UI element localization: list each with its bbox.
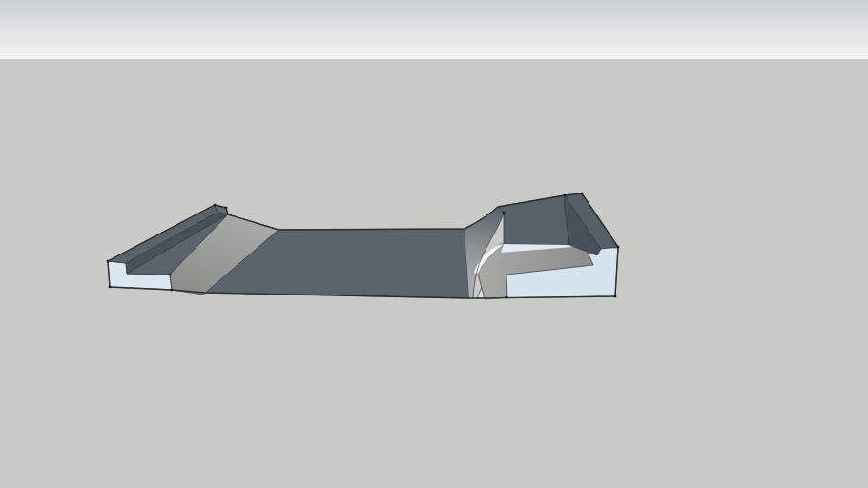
edge-endpoint-dot [581,193,583,194]
edge-endpoint-dot [171,289,173,291]
edge-endpoint-dot [225,207,227,209]
edge-endpoint-dot [109,286,111,288]
edge-endpoint-dot [614,295,616,297]
edge-endpoint-dot [214,204,216,206]
edge-endpoint-dot [503,212,505,214]
edge-endpoint-dot [169,274,171,275]
model-svg [0,0,868,488]
right-platform-top [498,195,569,245]
3d-viewport[interactable] [0,0,868,488]
edge-endpoint-dot [617,246,619,248]
edge-endpoint-dot [564,194,566,196]
edge-endpoint-dot [506,296,507,298]
edge-endpoint-dot [107,260,109,262]
